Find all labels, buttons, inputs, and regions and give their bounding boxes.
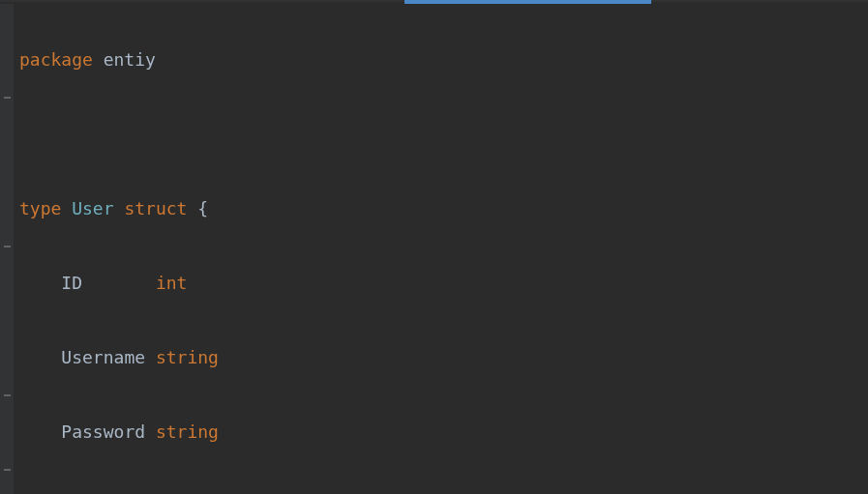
code-editor[interactable]: package entiy type User struct { ID int … bbox=[14, 4, 868, 494]
field-name: Password bbox=[61, 421, 156, 442]
fold-marker-icon[interactable] bbox=[4, 469, 11, 471]
code-line: ID int bbox=[19, 265, 868, 303]
type-name: User bbox=[61, 198, 124, 218]
code-line: } bbox=[19, 488, 868, 495]
fold-marker-icon[interactable] bbox=[4, 246, 11, 247]
field-name: Username bbox=[61, 347, 156, 367]
field-name: ID bbox=[61, 273, 156, 293]
code-line: Password string bbox=[19, 414, 868, 451]
keyword: package bbox=[19, 49, 93, 70]
type-keyword: string bbox=[156, 347, 219, 367]
code-line: Username string bbox=[19, 339, 868, 377]
indent bbox=[19, 421, 61, 442]
indent bbox=[19, 273, 61, 293]
type-keyword: string bbox=[156, 421, 219, 442]
fold-marker-icon[interactable] bbox=[4, 97, 11, 99]
code-line: type User struct { bbox=[19, 190, 868, 228]
code-line bbox=[19, 116, 868, 154]
identifier: entiy bbox=[93, 49, 156, 70]
indent bbox=[19, 347, 61, 367]
code-line: package entiy bbox=[19, 42, 868, 79]
keyword: type bbox=[19, 198, 61, 218]
type-keyword: int bbox=[156, 273, 188, 293]
gutter bbox=[0, 4, 14, 494]
fold-marker-icon[interactable] bbox=[4, 394, 11, 396]
keyword: struct bbox=[124, 198, 187, 218]
brace: { bbox=[187, 198, 208, 218]
